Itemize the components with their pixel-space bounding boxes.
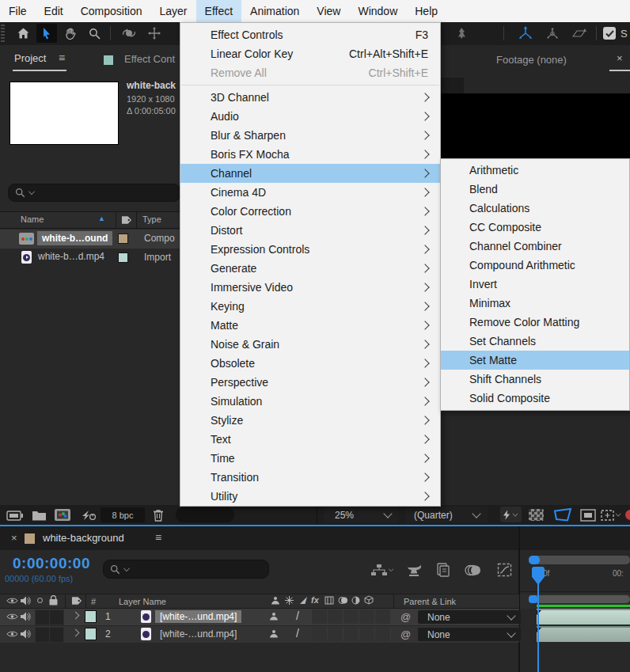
video-visibility-toggle[interactable] (6, 630, 18, 638)
frame-blending-button[interactable] (432, 560, 454, 579)
menu-item-obsolete[interactable]: Obsolete (180, 354, 440, 373)
search-scope-chevron[interactable] (28, 188, 35, 195)
menu-item-stylize[interactable]: Stylize (180, 411, 440, 430)
menu-animation[interactable]: Animation (241, 0, 308, 22)
audio-toggle[interactable] (21, 629, 31, 639)
menu-item-utility[interactable]: Utility (180, 487, 440, 506)
switch-cell[interactable] (359, 627, 375, 641)
timeline-scrollbar-handle[interactable] (529, 556, 540, 564)
menu-item-perspective[interactable]: Perspective (180, 373, 440, 392)
menu-item-transition[interactable]: Transition (180, 468, 440, 487)
menu-item-linear-color-key[interactable]: Linear Color Key Ctrl+Alt+Shift+E (180, 44, 440, 63)
menu-item-noise-grain[interactable]: Noise & Grain (180, 335, 440, 354)
project-item-name[interactable]: white-b…d.mp4 (38, 251, 104, 262)
timeline-tab-label[interactable]: white-background (43, 532, 124, 544)
menu-item-matte[interactable]: Matte (180, 316, 440, 335)
close-panel-icon[interactable]: × (617, 52, 623, 64)
panel-menu-icon[interactable]: ≡ (59, 51, 65, 64)
menu-item-effect-controls[interactable]: Effect Controls F3 (180, 25, 440, 44)
timeline-search-input[interactable] (103, 560, 269, 579)
menu-help[interactable]: Help (406, 0, 446, 22)
new-composition-button[interactable] (52, 507, 73, 522)
menu-item-color-correction[interactable]: Color Correction (180, 202, 440, 221)
audio-toggle[interactable] (21, 612, 31, 621)
work-area-bar[interactable] (529, 595, 630, 603)
solo-cell[interactable] (35, 627, 50, 643)
switch-cell[interactable] (375, 627, 391, 641)
switch-cell[interactable] (375, 609, 391, 624)
submenu-item-cc-composite[interactable]: CC Composite (441, 218, 629, 237)
transparency-grid-button[interactable] (529, 509, 544, 521)
quality-toggle[interactable]: / (296, 609, 299, 622)
column-name[interactable]: Name (21, 215, 44, 224)
layer-label-swatch[interactable] (85, 610, 97, 623)
submenu-item-shift-channels[interactable]: Shift Channels (441, 370, 629, 389)
region-of-interest-button[interactable] (551, 507, 575, 523)
shy-toggle[interactable] (269, 612, 279, 621)
magnification-dropdown[interactable]: 25% (324, 507, 399, 523)
switch-cell[interactable] (359, 609, 375, 624)
layer-duration-bar[interactable] (537, 626, 630, 642)
axis-world-button[interactable] (541, 24, 564, 43)
orbit-camera-tool-button[interactable] (117, 24, 141, 43)
menu-item-cinema-4d[interactable]: Cinema 4D (180, 183, 440, 202)
menu-composition[interactable]: Composition (72, 0, 151, 22)
timeline-panel-menu-icon[interactable]: ≡ (155, 531, 161, 544)
menu-item-blur-sharpen[interactable]: Blur & Sharpen (180, 126, 440, 145)
parent-dropdown[interactable]: None (418, 610, 521, 624)
color-depth-toggle[interactable] (79, 507, 98, 522)
submenu-item-invert[interactable]: Invert (441, 275, 629, 294)
work-area-start-handle[interactable] (529, 595, 537, 603)
menu-file[interactable]: File (0, 0, 36, 22)
menu-item-generate[interactable]: Generate (180, 259, 440, 278)
menu-item-3d-channel[interactable]: 3D Channel (180, 88, 440, 107)
column-type[interactable]: Type (142, 215, 161, 224)
submenu-item-channel-combiner[interactable]: Channel Combiner (441, 237, 629, 256)
video-visibility-toggle[interactable] (6, 613, 18, 621)
current-timecode[interactable]: 0:00:00:00 (13, 555, 90, 572)
menu-item-time[interactable]: Time (180, 449, 440, 468)
composition-mini-flowchart-button[interactable] (370, 560, 394, 579)
mask-pin-tool-button[interactable] (451, 24, 472, 43)
graph-editor-button[interactable] (493, 560, 515, 579)
tab-effect-controls[interactable]: Effect Cont (124, 53, 175, 65)
menu-item-simulation[interactable]: Simulation (180, 392, 440, 411)
submenu-item-set-channels[interactable]: Set Channels (441, 332, 629, 351)
parent-dropdown[interactable]: None (418, 628, 521, 641)
menu-item-immersive-video[interactable]: Immersive Video (180, 278, 440, 297)
motion-blur-button[interactable] (461, 560, 484, 579)
pan-behind-button[interactable] (599, 507, 621, 522)
menu-item-expression-controls[interactable]: Expression Controls (180, 240, 440, 259)
label-swatch-teal[interactable] (118, 252, 128, 263)
submenu-item-solid-composite[interactable]: Solid Composite (441, 389, 629, 408)
submenu-item-compound-arithmetic[interactable]: Compound Arithmetic (441, 256, 629, 275)
project-item-name[interactable]: white-b…ound (37, 231, 112, 245)
home-button[interactable] (13, 24, 33, 43)
menu-view[interactable]: View (308, 0, 349, 22)
menu-item-keying[interactable]: Keying (180, 297, 440, 316)
menu-window[interactable]: Window (349, 0, 406, 22)
shy-toggle[interactable] (269, 629, 279, 638)
lock-cell[interactable] (49, 609, 64, 625)
resolution-dropdown[interactable]: (Quarter) (405, 507, 488, 523)
switch-cell[interactable] (343, 627, 359, 641)
submenu-item-set-matte[interactable]: Set Matte (441, 351, 629, 370)
submenu-item-minimax[interactable]: Minimax (441, 294, 629, 313)
submenu-item-remove-color-matting[interactable]: Remove Color Matting (441, 313, 629, 332)
hand-tool-button[interactable] (60, 24, 81, 43)
toolbar-grip[interactable] (1, 25, 5, 42)
switch-cell[interactable] (328, 627, 343, 641)
switch-cell[interactable] (343, 609, 359, 624)
layer-label-swatch[interactable] (85, 628, 97, 640)
switch-cell[interactable] (328, 609, 343, 624)
axis-view-button[interactable] (567, 24, 590, 43)
submenu-item-arithmetic[interactable]: Arithmetic (441, 161, 629, 180)
new-folder-button[interactable] (30, 508, 47, 522)
tab-project[interactable]: Project (14, 52, 46, 64)
parent-pickwhip-icon[interactable]: @ (400, 611, 411, 623)
quality-toggle[interactable]: / (296, 627, 299, 640)
layer-name[interactable]: [white-…und.mp4] (160, 628, 237, 640)
delete-item-button[interactable] (150, 507, 167, 522)
fast-preview-button[interactable] (500, 507, 522, 522)
sort-ascending-icon[interactable]: ▲ (98, 215, 105, 222)
